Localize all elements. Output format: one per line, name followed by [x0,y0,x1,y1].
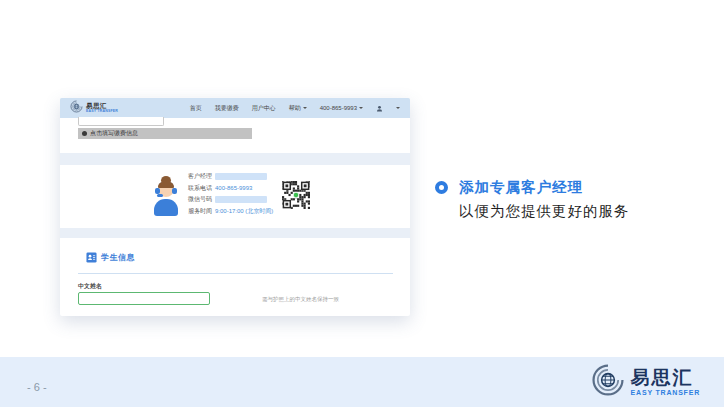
redacted-value [215,196,267,203]
nav-item-user-center[interactable]: 用户中心 [252,104,276,113]
site-nav: 首页 我要缴费 用户中心 帮助 400-865-9993 [190,104,400,113]
browser-screenshot: 易思汇 EASY TRANSFER 首页 我要缴费 用户中心 帮助 400-86… [60,98,410,316]
site-logo[interactable]: 易思汇 EASY TRANSFER [70,99,118,117]
easytransfer-globe-icon [591,363,625,401]
partial-form-input[interactable] [78,117,164,126]
manager-name-row: 客户经理 [188,173,273,180]
chevron-down-icon [303,107,307,111]
notice-bar[interactable]: 点击填写缴费信息 [78,128,252,139]
slide-canvas: 易思汇 EASY TRANSFER 首页 我要缴费 用户中心 帮助 400-86… [0,0,724,407]
student-section-header: 学生信息 [86,252,135,263]
chevron-down-icon [396,107,400,111]
student-id-card-icon [86,252,97,263]
page-content: 点击填写缴费信息 客户经理 联系电话 400-865-9993 [60,118,410,316]
top-form-section: 点击填写缴费信息 [60,118,410,153]
manager-hours-value: 9:00-17:00 (北京时间) [215,208,273,215]
student-info-section: 学生信息 中文姓名 需与护照上的中文姓名保持一致 [60,238,410,316]
manager-info-list: 客户经理 联系电话 400-865-9993 微信号码 服务时间 9:00-17… [188,173,273,215]
bullet-ring-icon [435,181,448,194]
chevron-down-icon [359,107,363,111]
user-account-icon[interactable] [376,105,383,112]
notice-bar-label: 点击填写缴费信息 [90,129,138,138]
footer-band: - 6 - 易思汇 EASY TRANSFER [0,357,724,407]
redacted-value [215,173,267,180]
nav-item-pay[interactable]: 我要缴费 [215,104,239,113]
chinese-name-hint: 需与护照上的中文姓名保持一致 [262,296,339,303]
nav-more-dropdown[interactable] [396,105,400,111]
manager-hours-row: 服务时间 9:00-17:00 (北京时间) [188,208,273,215]
manager-phone-row: 联系电话 400-865-9993 [188,185,273,192]
footer-logo-en: EASY TRANSFER [631,389,700,396]
qr-code [282,181,310,209]
footer-logo: 易思汇 EASY TRANSFER [591,363,700,401]
student-section-title: 学生信息 [101,252,135,263]
page-number: - 6 - [27,381,47,393]
footer-logo-cn: 易思汇 [631,368,700,387]
manager-phone-value: 400-865-9993 [215,185,252,192]
site-header: 易思汇 EASY TRANSFER 首页 我要缴费 用户中心 帮助 400-86… [60,98,410,118]
annotation-title: 添加专属客户经理 [459,178,583,197]
manager-wechat-row: 微信号码 [188,196,273,203]
section-divider [78,273,393,274]
chinese-name-label: 中文姓名 [78,282,102,291]
chinese-name-input[interactable] [78,292,210,305]
nav-item-hotline[interactable]: 400-865-9993 [320,105,363,111]
easytransfer-globe-icon [70,99,83,117]
nav-item-help[interactable]: 帮助 [289,104,307,113]
account-manager-card: 客户经理 联系电话 400-865-9993 微信号码 服务时间 9:00-17… [60,165,410,228]
customer-service-avatar [152,177,180,217]
annotation-subtitle: 以便为您提供更好的服务 [459,202,630,221]
notice-dot-icon [82,131,87,136]
nav-item-home[interactable]: 首页 [190,104,202,113]
site-logo-en: EASY TRANSFER [86,110,118,114]
